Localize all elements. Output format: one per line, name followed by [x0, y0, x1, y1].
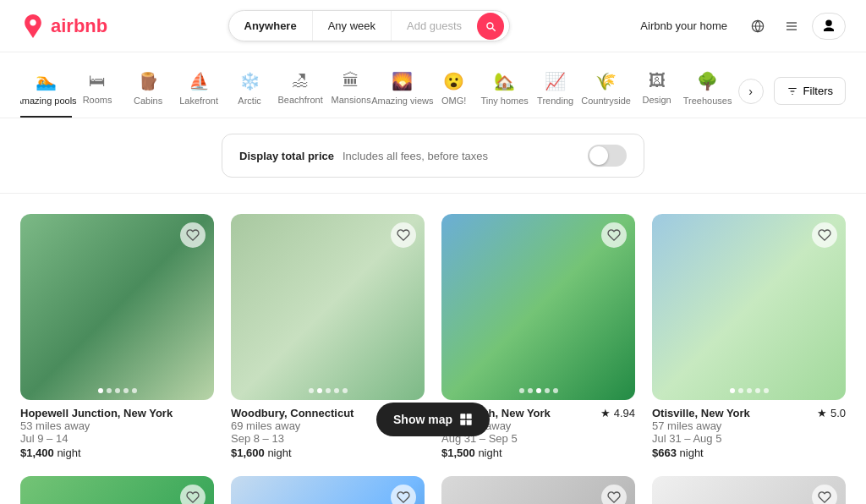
- search-dates[interactable]: Any week: [313, 11, 392, 41]
- listing-card-1[interactable]: Hopewell Junction, New York 53 miles awa…: [20, 214, 214, 459]
- listing-price: $1,500 night: [441, 446, 635, 459]
- category-next-button[interactable]: ›: [738, 79, 764, 104]
- wishlist-button[interactable]: [391, 222, 416, 248]
- wishlist-button[interactable]: [601, 485, 627, 504]
- listing-image-wrap: [231, 476, 425, 504]
- listing-distance: 53 miles away: [20, 419, 214, 432]
- listing-card-5[interactable]: [20, 476, 214, 504]
- image-dot: [755, 388, 760, 393]
- listing-price: $663 night: [652, 446, 846, 459]
- globe-button[interactable]: [744, 13, 771, 40]
- listing-header: Otisville, New York ★ 5.0: [652, 407, 846, 419]
- wishlist-button[interactable]: [391, 485, 416, 504]
- category-item-lakefront[interactable]: ⛵ Lakefront: [173, 64, 224, 118]
- category-item-countryside[interactable]: 🌾 Countryside: [581, 64, 632, 118]
- image-dot: [107, 388, 112, 393]
- search-icon: [485, 20, 496, 32]
- image-dot: [536, 388, 541, 393]
- show-map-button[interactable]: Show map: [376, 403, 490, 436]
- category-icon-arctic: ❄️: [239, 71, 260, 91]
- search-button[interactable]: [477, 13, 504, 40]
- category-icon-lakefront: ⛵: [189, 71, 210, 91]
- menu-icon: [785, 19, 798, 33]
- filters-button[interactable]: Filters: [774, 77, 846, 105]
- airbnb-logo[interactable]: airbnb: [20, 14, 107, 39]
- image-dot: [115, 388, 120, 393]
- heart-icon: [186, 228, 200, 242]
- menu-button[interactable]: [778, 13, 805, 40]
- svg-rect-10: [467, 420, 472, 425]
- image-dot: [343, 388, 348, 393]
- category-item-omg[interactable]: 😮 OMG!: [429, 64, 480, 118]
- image-dot: [764, 388, 769, 393]
- category-item-amazing-pools[interactable]: 🏊 Amazing pools: [20, 64, 72, 118]
- category-item-design[interactable]: 🖼 Design: [632, 64, 682, 118]
- category-items: 🏊 Amazing pools 🛏 Rooms 🪵 Cabins ⛵ Lakef…: [20, 64, 733, 118]
- price-bar: Display total price Includes all fees, b…: [0, 118, 866, 194]
- category-label-countryside: Countryside: [581, 96, 631, 106]
- listing-card-8[interactable]: [652, 476, 846, 504]
- wishlist-button[interactable]: [180, 222, 206, 248]
- category-nav: 🏊 Amazing pools 🛏 Rooms 🪵 Cabins ⛵ Lakef…: [0, 52, 866, 118]
- listing-info: Otisville, New York ★ 5.0 57 miles away …: [652, 400, 846, 459]
- search-location[interactable]: Anywhere: [229, 11, 313, 41]
- listing-card-6[interactable]: [231, 476, 425, 504]
- category-item-treehouses[interactable]: 🌳 Treehouses: [682, 64, 733, 118]
- search-guests[interactable]: Add guests: [392, 11, 477, 41]
- user-menu-button[interactable]: [812, 13, 846, 40]
- listing-price: $1,600 night: [231, 446, 425, 459]
- listing-card-4[interactable]: Otisville, New York ★ 5.0 57 miles away …: [652, 214, 846, 459]
- header-right: Airbnb your home: [630, 13, 846, 40]
- listing-grid: Hopewell Junction, New York 53 miles awa…: [20, 214, 846, 504]
- airbnb-home-link[interactable]: Airbnb your home: [630, 13, 737, 39]
- heart-icon: [397, 490, 410, 504]
- price-bar-sublabel: Includes all fees, before taxes: [343, 150, 488, 162]
- image-dot: [738, 388, 743, 393]
- wishlist-button[interactable]: [180, 485, 206, 504]
- category-icon-design: 🖼: [649, 71, 666, 90]
- image-dot: [730, 388, 735, 393]
- heart-icon: [818, 228, 831, 242]
- search-bar[interactable]: Anywhere Any week Add guests: [228, 10, 511, 41]
- image-dot: [326, 388, 331, 393]
- category-item-trending[interactable]: 📈 Trending: [530, 64, 581, 118]
- price-bar-label: Display total price: [239, 150, 334, 162]
- airbnb-logo-icon: [20, 14, 46, 39]
- logo-text: airbnb: [51, 15, 107, 37]
- listing-image-wrap: [441, 476, 635, 504]
- listing-rating: ★ 4.94: [600, 407, 635, 419]
- category-item-rooms[interactable]: 🛏 Rooms: [72, 64, 123, 118]
- map-icon: [459, 413, 473, 426]
- category-icon-amazing-pools: 🏊: [36, 71, 57, 91]
- category-item-beachfront[interactable]: 🏖 Beachfront: [275, 64, 326, 118]
- category-label-rooms: Rooms: [83, 95, 112, 105]
- image-dots: [98, 388, 137, 393]
- category-label-treehouses: Treehouses: [683, 96, 732, 106]
- price-toggle[interactable]: [588, 145, 627, 167]
- category-item-tiny-homes[interactable]: 🏡 Tiny homes: [480, 64, 530, 118]
- listing-card-7[interactable]: [441, 476, 635, 504]
- category-item-cabins[interactable]: 🪵 Cabins: [123, 64, 173, 118]
- category-label-lakefront: Lakefront: [179, 96, 218, 106]
- image-dot: [528, 388, 533, 393]
- wishlist-button[interactable]: [812, 485, 837, 504]
- listing-info: Hopewell Junction, New York 53 miles awa…: [20, 400, 214, 459]
- category-item-amazing-views[interactable]: 🌄 Amazing views: [376, 64, 429, 118]
- category-item-arctic[interactable]: ❄️ Arctic: [224, 64, 275, 118]
- category-label-amazing-pools: Amazing pools: [20, 96, 77, 106]
- image-dot: [747, 388, 752, 393]
- image-dot: [132, 388, 137, 393]
- category-item-mansions[interactable]: 🏛 Mansions: [326, 64, 376, 118]
- image-dots: [309, 388, 348, 393]
- wishlist-button[interactable]: [601, 222, 627, 248]
- wishlist-button[interactable]: [812, 222, 837, 248]
- category-icon-trending: 📈: [545, 71, 566, 91]
- category-icon-amazing-views: 🌄: [392, 71, 413, 91]
- category-label-trending: Trending: [537, 96, 573, 106]
- heart-icon: [397, 228, 410, 242]
- category-label-mansions: Mansions: [332, 95, 371, 105]
- category-label-cabins: Cabins: [134, 96, 162, 106]
- image-dot: [98, 388, 103, 393]
- main-content: Hopewell Junction, New York 53 miles awa…: [0, 194, 866, 504]
- listing-price: $1,400 night: [20, 446, 214, 459]
